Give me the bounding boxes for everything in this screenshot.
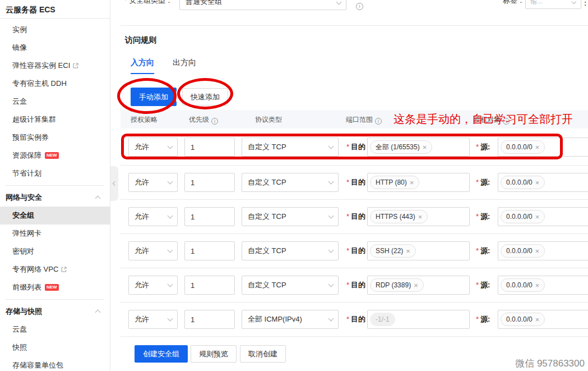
source-tag: 0.0.0.0/0	[501, 278, 545, 292]
dest-field[interactable]: HTTPS (443)	[367, 207, 470, 226]
info-icon[interactable]	[375, 118, 382, 125]
sidebar-group-ecs: 实例 镜像 弹性容器实例 ECI 专有宿主机 DDH 云盒 超级计算集群 预留实…	[0, 21, 110, 182]
sidebar-item-security-groups[interactable]: 安全组	[0, 207, 110, 225]
rule-row: 允许 自定义 TCP *目的 RDP (3389) *源: 0.0.0.0/0	[121, 268, 588, 303]
priority-input[interactable]	[184, 241, 235, 260]
priority-input[interactable]	[184, 138, 235, 157]
sidebar-item-vpc[interactable]: 专有网络 VPC	[0, 260, 110, 278]
dest-field[interactable]: 全部 (1/65535)	[367, 138, 470, 157]
policy-select[interactable]: 允许	[128, 276, 178, 295]
chevron-down-icon	[328, 316, 334, 322]
sidebar-item-savings-plan[interactable]: 节省计划	[0, 164, 110, 182]
red-annotation-text: 这条是手动的，自己学习可全部打开	[393, 112, 573, 127]
info-icon[interactable]	[211, 118, 218, 125]
sidebar-item-ddh[interactable]: 专有宿主机 DDH	[0, 75, 110, 93]
external-link-icon	[61, 261, 67, 279]
sidebar-item-snapshots[interactable]: 快照	[0, 338, 110, 356]
source-field[interactable]: 0.0.0.0/0	[498, 276, 588, 295]
dest-label: *目的	[346, 142, 365, 152]
sg-type-select[interactable]: 普通安全组	[179, 0, 346, 10]
tag-select[interactable]: 请选择或输...	[525, 0, 581, 9]
protocol-select[interactable]: 自定义 TCP	[242, 207, 339, 226]
chevron-up-icon	[95, 310, 101, 315]
sidebar-item-images[interactable]: 镜像	[0, 39, 110, 57]
info-icon[interactable]	[356, 3, 363, 10]
remove-tag-icon[interactable]	[535, 281, 540, 290]
priority-input[interactable]	[184, 207, 235, 226]
sidebar-item-storage-capacity-units[interactable]: 存储容量单位包	[0, 356, 110, 371]
sidebar-item-cloudbox[interactable]: 云盒	[0, 93, 110, 111]
tab-outbound[interactable]: 出方向	[173, 58, 196, 74]
dest-tag: SSH (22)	[370, 244, 416, 258]
chevron-down-icon	[168, 316, 173, 322]
source-tag: 0.0.0.0/0	[501, 210, 545, 223]
dest-label: *目的	[346, 280, 365, 290]
policy-select[interactable]: 允许	[128, 310, 178, 329]
new-badge: NEW	[45, 152, 59, 159]
source-label: *源:	[476, 177, 490, 187]
rule-row: 允许 自定义 TCP *目的 HTTPS (443) *源: 0.0.0.0/0	[121, 200, 588, 234]
source-field[interactable]: 0.0.0.0/0	[498, 207, 588, 226]
protocol-select[interactable]: 自定义 TCP	[242, 173, 339, 192]
sidebar-item-eci[interactable]: 弹性容器实例 ECI	[0, 57, 110, 75]
sidebar-group-header-network[interactable]: 网络与安全	[0, 189, 110, 207]
dest-tag: RDP (3389)	[370, 278, 424, 292]
cancel-create-button[interactable]: 取消创建	[240, 345, 286, 363]
remove-tag-icon[interactable]	[535, 315, 540, 324]
remove-tag-icon[interactable]	[535, 143, 540, 152]
source-label: *源:	[476, 314, 490, 324]
create-security-group-button[interactable]: 创建安全组	[135, 345, 188, 363]
source-field[interactable]: 0.0.0.0/0	[498, 173, 588, 192]
protocol-select[interactable]: 自定义 TCP	[242, 241, 339, 260]
remove-tag-icon[interactable]	[418, 213, 423, 221]
header-port-range: 端口范围	[346, 115, 382, 125]
sidebar-item-resource-assurance[interactable]: 资源保障NEW	[0, 146, 110, 164]
policy-select[interactable]: 允许	[128, 173, 178, 192]
manual-add-button[interactable]: 手动添加	[131, 88, 177, 106]
dest-tag: 全部 (1/65535)	[370, 140, 432, 154]
sidebar-group-storage: 存储与快照 云盘 快照 存储容量单位包	[0, 303, 110, 371]
remove-tag-icon[interactable]	[410, 178, 414, 187]
rules-preview-button[interactable]: 规则预览	[191, 345, 237, 363]
protocol-select[interactable]: 自定义 TCP	[242, 138, 339, 157]
remove-tag-icon[interactable]	[406, 247, 410, 255]
direction-tabs: 入方向 出方向	[131, 58, 196, 74]
rule-row: 允许 自定义 TCP *目的 全部 (1/65535) *源: 0.0.0.0/…	[121, 129, 588, 166]
priority-input[interactable]	[184, 310, 235, 329]
protocol-select[interactable]: 自定义 TCP	[242, 276, 339, 295]
dest-field[interactable]: RDP (3389)	[367, 276, 470, 295]
sidebar-collapse-handle[interactable]	[110, 166, 118, 201]
source-field[interactable]: 0.0.0.0/0	[498, 310, 588, 329]
remove-tag-icon[interactable]	[535, 247, 540, 255]
sidebar-item-prefix-lists[interactable]: 前缀列表NEW	[0, 278, 110, 296]
remove-tag-icon[interactable]	[535, 213, 540, 221]
remove-tag-icon[interactable]	[535, 178, 540, 187]
sidebar-item-key-pairs[interactable]: 密钥对	[0, 242, 110, 260]
dest-field[interactable]: SSH (22)	[367, 241, 470, 260]
source-field[interactable]: 0.0.0.0/0	[498, 241, 588, 260]
priority-input[interactable]	[184, 173, 235, 192]
source-field[interactable]: 0.0.0.0/0	[498, 138, 588, 157]
sidebar-item-instances[interactable]: 实例	[0, 21, 110, 39]
rule-row: 允许 自定义 TCP *目的 HTTP (80) *源: 0.0.0.0/0	[121, 166, 588, 200]
remove-tag-icon[interactable]	[414, 281, 418, 290]
sidebar-group-header-storage[interactable]: 存储与快照	[0, 303, 110, 320]
section-title-access-rules: 访问规则	[125, 35, 156, 45]
sidebar-item-reserved-instances[interactable]: 预留实例券	[0, 129, 110, 146]
policy-select[interactable]: 允许	[128, 207, 178, 226]
policy-select[interactable]: 允许	[128, 138, 178, 157]
protocol-select[interactable]: 全部 ICMP(IPv4)	[242, 310, 339, 329]
policy-select[interactable]: 允许	[128, 241, 178, 260]
header-priority: 优先级	[189, 115, 218, 125]
source-tag: 0.0.0.0/0	[501, 140, 545, 154]
dest-field[interactable]: HTTP (80)	[367, 173, 470, 192]
remove-tag-icon[interactable]	[423, 143, 427, 152]
quick-add-button[interactable]: 快速添加	[182, 88, 228, 106]
sidebar-item-supercomputing[interactable]: 超级计算集群	[0, 111, 110, 129]
sidebar-item-disks[interactable]: 云盘	[0, 320, 110, 338]
priority-input[interactable]	[184, 276, 235, 295]
watermark-text: 微信 957863300	[515, 357, 585, 370]
dest-label: *目的	[346, 177, 365, 187]
tab-inbound[interactable]: 入方向	[131, 58, 154, 74]
sidebar-item-enis[interactable]: 弹性网卡	[0, 225, 110, 242]
